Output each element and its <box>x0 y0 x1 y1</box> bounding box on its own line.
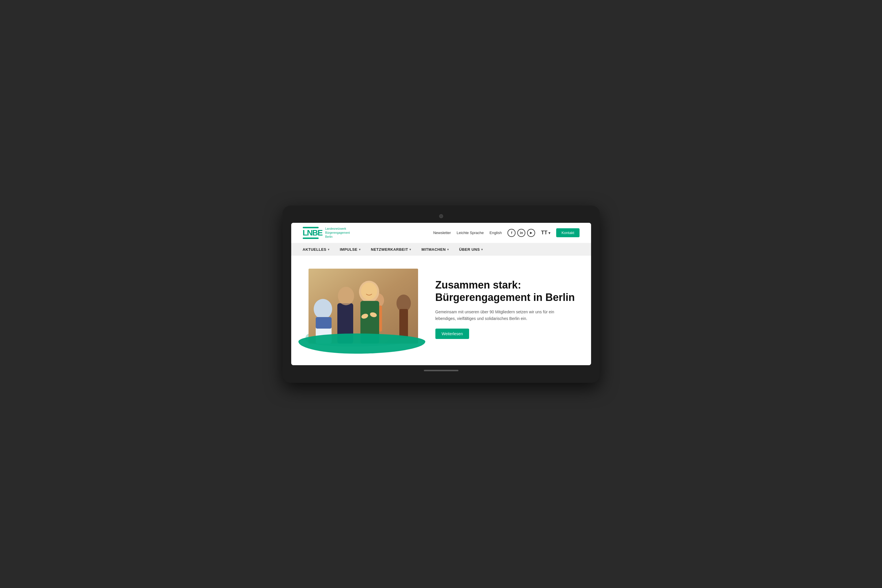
svg-rect-3 <box>399 309 408 338</box>
english-link[interactable]: English <box>490 231 502 235</box>
social-icons: f in ▶ <box>508 229 535 237</box>
svg-point-8 <box>338 287 354 305</box>
hero-photo-svg <box>308 268 418 344</box>
main-navigation: AKTUELLES ▾ IMPULSE ▾ NETZWERKARBEIT ▾ M… <box>291 243 591 256</box>
svg-rect-14 <box>316 317 332 328</box>
nav-label-aktuelles: AKTUELLES <box>303 247 327 252</box>
device-frame: LNBE Landesnetzwerk Bürgerengagement Ber… <box>282 206 600 383</box>
nav-label-ueber-uns: ÜBER UNS <box>459 247 480 252</box>
kontakt-button[interactable]: Kontakt <box>556 228 579 237</box>
nav-item-netzwerkarbeit[interactable]: NETZWERKARBEIT ▾ <box>371 247 411 252</box>
leichte-sprache-link[interactable]: Leichte Sprache <box>457 231 484 235</box>
mitmachen-chevron-icon: ▾ <box>447 248 449 251</box>
hero-image-placeholder <box>303 268 424 350</box>
logo-area[interactable]: LNBE Landesnetzwerk Bürgerengagement Ber… <box>303 227 350 239</box>
nav-label-impulse: IMPULSE <box>340 247 358 252</box>
brush-stroke-green <box>298 333 425 354</box>
nav-label-mitmachen: MITMACHEN <box>422 247 446 252</box>
impulse-chevron-icon: ▾ <box>359 248 361 251</box>
newsletter-link[interactable]: Newsletter <box>433 231 451 235</box>
hero-title: Zusammen stark: Bürgerengagement in Berl… <box>436 279 580 303</box>
logo-tagline: Landesnetzwerk Bürgerengagement Berlin <box>325 227 350 239</box>
aktuelles-chevron-icon: ▾ <box>328 248 329 251</box>
font-size-icon: TT <box>541 230 547 236</box>
nav-item-ueber-uns[interactable]: ÜBER UNS ▾ <box>459 247 483 252</box>
linkedin-icon[interactable]: in <box>517 229 525 237</box>
ueber-uns-chevron-icon: ▾ <box>481 248 483 251</box>
nav-item-impulse[interactable]: IMPULSE ▾ <box>340 247 361 252</box>
device-camera <box>439 214 443 218</box>
nav-item-mitmachen[interactable]: MITMACHEN ▾ <box>422 247 449 252</box>
logo-letters: LNBE <box>303 229 322 237</box>
hero-content: Zusammen stark: Bürgerengagement in Berl… <box>436 279 580 339</box>
top-navigation: Newsletter Leichte Sprache English f in … <box>433 228 579 237</box>
nav-item-aktuelles[interactable]: AKTUELLES ▾ <box>303 247 329 252</box>
hero-photo <box>308 268 418 344</box>
facebook-icon[interactable]: f <box>508 229 515 237</box>
hero-description: Gemeinsam mit unseren über 90 Mitglieder… <box>436 309 556 322</box>
svg-point-11 <box>361 282 377 300</box>
font-size-chevron-icon: ▾ <box>548 231 550 235</box>
instagram-icon[interactable]: ▶ <box>527 229 535 237</box>
logo-bottom-bar <box>303 237 319 239</box>
logo-middle: LNBE <box>303 229 322 237</box>
top-bar: LNBE Landesnetzwerk Bürgerengagement Ber… <box>291 223 591 243</box>
netzwerkarbeit-chevron-icon: ▾ <box>409 248 411 251</box>
nav-label-netzwerkarbeit: NETZWERKARBEIT <box>371 247 408 252</box>
lnbe-logo-mark: LNBE <box>303 227 322 239</box>
logo-top-bar <box>303 227 319 228</box>
svg-point-12 <box>314 299 332 319</box>
hero-image-area <box>303 268 424 350</box>
font-size-control[interactable]: TT ▾ <box>541 230 550 236</box>
weiterlesen-button[interactable]: Weiterlesen <box>436 328 469 339</box>
device-screen: LNBE Landesnetzwerk Bürgerengagement Ber… <box>291 223 591 365</box>
hero-section: Zusammen stark: Bürgerengagement in Berl… <box>291 256 591 365</box>
device-home-bar <box>424 370 458 371</box>
